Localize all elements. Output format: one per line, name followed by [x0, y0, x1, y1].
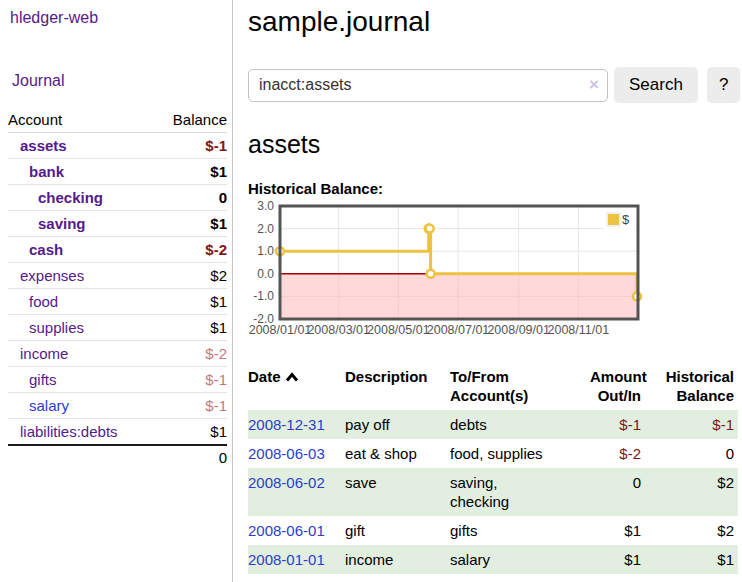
account-link[interactable]: cash [29, 241, 63, 258]
transaction-amount: 0 [590, 468, 663, 516]
account-heading: assets [248, 130, 742, 159]
account-balance: $1 [148, 315, 227, 341]
transaction-row[interactable]: 2008-12-31 pay off debts $-1 $-1 [248, 410, 738, 439]
search-button[interactable]: Search [614, 67, 698, 103]
transaction-row[interactable]: 2008-06-01 gift gifts $1 $2 [248, 516, 738, 545]
svg-text:3.0: 3.0 [257, 200, 274, 213]
legend-swatch [607, 213, 620, 226]
account-row: food $1 [8, 289, 227, 315]
main-content: sample.journal × Search ? assets Histori… [248, 0, 742, 574]
transaction-amount: $-1 [590, 410, 663, 439]
transaction-balance: $2 [663, 516, 738, 545]
account-balance: $1 [148, 419, 227, 446]
account-row: liabilities:debts $1 [8, 419, 227, 446]
account-row: expenses $2 [8, 263, 227, 289]
accounts-col-account: Account [8, 107, 148, 133]
account-row: salary $-1 [8, 393, 227, 419]
account-link[interactable]: supplies [29, 319, 84, 336]
transaction-accounts: salary [450, 545, 590, 574]
clear-search-icon[interactable]: × [589, 75, 599, 95]
transaction-description: save [345, 468, 450, 516]
transaction-amount: $-2 [590, 439, 663, 468]
account-link[interactable]: food [29, 293, 58, 310]
account-row: saving $1 [8, 211, 227, 237]
account-link[interactable]: expenses [20, 267, 84, 284]
account-balance: $1 [148, 289, 227, 315]
sort-ascending-icon [285, 372, 299, 382]
svg-text:1.0: 1.0 [257, 244, 274, 258]
help-button[interactable]: ? [707, 67, 740, 103]
col-date[interactable]: Date [248, 362, 345, 410]
account-row: bank $1 [8, 159, 227, 185]
account-row: gifts $-1 [8, 367, 227, 393]
col-description: Description [345, 362, 450, 410]
account-row: assets $-1 [8, 133, 227, 159]
transaction-accounts: debts [450, 410, 590, 439]
transaction-accounts: food, supplies [450, 439, 590, 468]
svg-text:2008/09/01: 2008/09/01 [487, 323, 550, 337]
col-accounts: To/From Account(s) [450, 362, 590, 410]
account-link[interactable]: bank [29, 163, 64, 180]
transactions-header-row: Date Description To/From Account(s) Amou… [248, 362, 738, 410]
col-amount: Amount Out/In [590, 362, 663, 410]
svg-text:-1.0: -1.0 [253, 289, 274, 303]
account-link[interactable]: income [20, 345, 68, 362]
account-balance: $2 [148, 263, 227, 289]
account-balance: $-2 [148, 341, 227, 367]
transaction-date-link[interactable]: 2008-06-01 [248, 522, 325, 539]
account-link[interactable]: salary [29, 397, 69, 414]
transaction-amount: $1 [590, 516, 663, 545]
accounts-total-value: 0 [148, 445, 227, 469]
svg-text:2008/03/01: 2008/03/01 [307, 323, 370, 337]
svg-text:0.0: 0.0 [257, 267, 274, 281]
transaction-description: income [345, 545, 450, 574]
app-title[interactable]: hledger-web [10, 9, 232, 27]
account-row: cash $-2 [8, 237, 227, 263]
account-row: supplies $1 [8, 315, 227, 341]
svg-text:2008/07/01: 2008/07/01 [427, 323, 490, 337]
sidebar: hledger-web Journal Account Balance asse… [0, 0, 233, 582]
account-row: checking 0 [8, 185, 227, 211]
accounts-total-row: 0 [8, 445, 227, 469]
accounts-table: Account Balance assets $-1 bank $1 check… [8, 107, 227, 469]
transaction-date-link[interactable]: 2008-06-03 [248, 445, 325, 462]
transaction-row[interactable]: 2008-01-01 income salary $1 $1 [248, 545, 738, 574]
transaction-balance: $2 [663, 468, 738, 516]
account-link[interactable]: assets [20, 137, 67, 154]
account-balance: $1 [148, 159, 227, 185]
transaction-date-link[interactable]: 2008-12-31 [248, 416, 325, 433]
transaction-amount: $1 [590, 545, 663, 574]
account-balance: $1 [148, 211, 227, 237]
svg-text:2008/05/01: 2008/05/01 [367, 323, 430, 337]
transaction-row[interactable]: 2008-06-03 eat & shop food, supplies $-2… [248, 439, 738, 468]
page-title: sample.journal [248, 6, 742, 38]
account-link[interactable]: checking [38, 189, 103, 206]
account-link[interactable]: saving [38, 215, 86, 232]
transaction-balance: $1 [663, 545, 738, 574]
transaction-description: gift [345, 516, 450, 545]
svg-text:2.0: 2.0 [257, 222, 274, 236]
transaction-description: pay off [345, 410, 450, 439]
transaction-accounts: saving, checking [450, 468, 590, 516]
transaction-balance: $-1 [663, 410, 738, 439]
transaction-date-link[interactable]: 2008-01-01 [248, 551, 325, 568]
transactions-table: Date Description To/From Account(s) Amou… [248, 362, 738, 574]
transaction-description: eat & shop [345, 439, 450, 468]
accounts-col-balance: Balance [148, 107, 227, 133]
historical-balance-chart: $3.02.01.00.0-1.0-2.02008/01/012008/03/0… [248, 200, 652, 342]
account-balance: $-1 [148, 393, 227, 419]
search-input[interactable] [248, 69, 608, 102]
transaction-balance: 0 [663, 439, 738, 468]
account-balance: $-1 [148, 133, 227, 159]
svg-text:2008/01/01: 2008/01/01 [249, 323, 312, 337]
nav-journal-link[interactable]: Journal [12, 72, 232, 90]
transaction-date-link[interactable]: 2008-06-02 [248, 474, 325, 491]
search-form: × Search ? [248, 67, 742, 103]
account-link[interactable]: liabilities:debts [20, 423, 118, 440]
account-balance: $-2 [148, 237, 227, 263]
svg-text:2008/11/01: 2008/11/01 [548, 323, 610, 337]
transaction-row[interactable]: 2008-06-02 save saving, checking 0 $2 [248, 468, 738, 516]
account-link[interactable]: gifts [29, 371, 57, 388]
col-balance: Historical Balance [663, 362, 738, 410]
legend-label: $ [622, 212, 630, 227]
